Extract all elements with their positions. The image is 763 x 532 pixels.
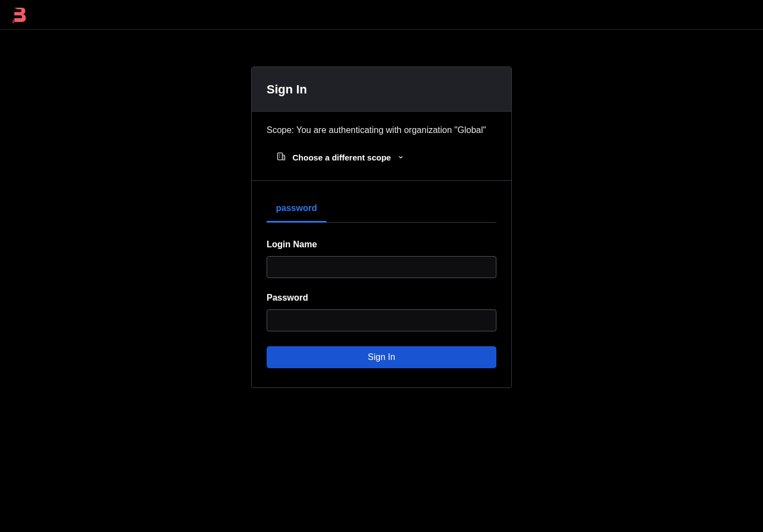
auth-tabs: password [267,196,496,223]
login-name-group: Login Name [267,240,496,278]
signin-card: Sign In Scope: You are authenticating wi… [251,66,512,388]
app-logo-icon [11,7,26,23]
choose-scope-label: Choose a different scope [292,153,391,162]
scope-section: Scope: You are authenticating with organ… [252,112,511,181]
password-input[interactable] [267,309,496,331]
tab-password[interactable]: password [267,196,327,223]
main-area: Sign In Scope: You are authenticating wi… [0,30,763,388]
card-title: Sign In [267,82,496,97]
card-header: Sign In [252,67,511,112]
password-group: Password [267,293,496,331]
form-section: password Login Name Password Sign In [252,181,511,387]
signin-button[interactable]: Sign In [267,346,496,368]
svg-rect-0 [13,20,14,21]
svg-rect-1 [14,20,15,21]
signin-form: Login Name Password Sign In [267,240,496,368]
login-name-label: Login Name [267,240,496,250]
building-icon [277,152,286,163]
scope-text: Scope: You are authenticating with organ… [267,125,496,135]
chevron-down-icon [397,153,404,162]
login-name-input[interactable] [267,256,496,278]
svg-rect-2 [13,22,14,23]
password-label: Password [267,293,496,303]
choose-scope-button[interactable]: Choose a different scope [277,149,404,165]
top-bar [0,0,763,30]
